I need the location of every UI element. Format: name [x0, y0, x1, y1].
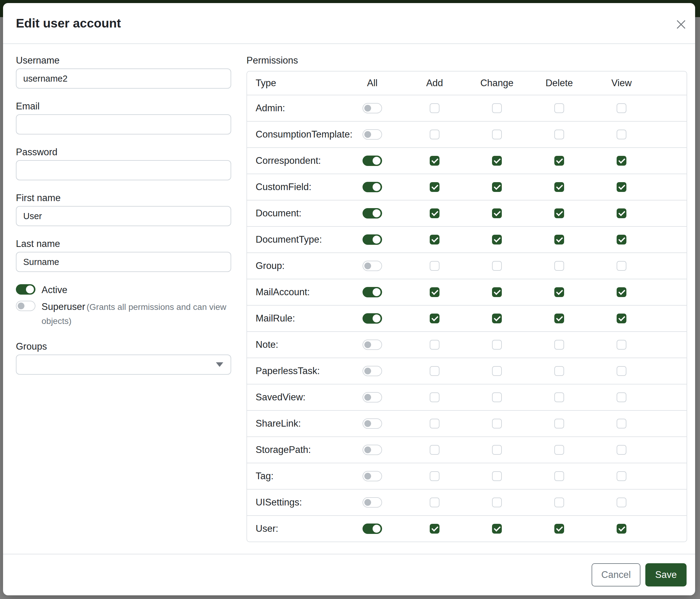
permission-delete-checkbox[interactable] — [554, 182, 564, 192]
permission-change-checkbox[interactable] — [492, 103, 502, 113]
permission-all-toggle[interactable] — [362, 339, 382, 350]
permission-delete-checkbox[interactable] — [554, 156, 564, 166]
permission-all-toggle[interactable] — [362, 313, 382, 324]
permission-all-toggle[interactable] — [362, 418, 382, 429]
groups-select[interactable] — [16, 355, 231, 375]
permission-view-checkbox[interactable] — [617, 103, 626, 113]
permission-change-checkbox[interactable] — [492, 498, 502, 507]
permission-delete-checkbox[interactable] — [554, 287, 564, 297]
permission-all-toggle[interactable] — [362, 261, 382, 271]
first-name-input[interactable] — [16, 206, 231, 226]
permission-all-toggle[interactable] — [362, 471, 382, 481]
permission-add-checkbox[interactable] — [430, 419, 440, 429]
permission-view-checkbox[interactable] — [617, 524, 626, 534]
permission-add-checkbox[interactable] — [430, 156, 440, 166]
permission-change-checkbox[interactable] — [492, 287, 502, 297]
permission-change-checkbox[interactable] — [492, 419, 502, 429]
permission-change-checkbox[interactable] — [492, 261, 502, 271]
permission-delete-checkbox[interactable] — [554, 314, 564, 324]
permission-all-toggle[interactable] — [362, 155, 382, 166]
superuser-toggle[interactable] — [16, 301, 35, 311]
permission-delete-checkbox[interactable] — [554, 340, 564, 350]
save-button[interactable]: Save — [645, 563, 686, 586]
permission-view-checkbox[interactable] — [617, 419, 626, 429]
permission-delete-checkbox[interactable] — [554, 392, 564, 402]
permission-add-checkbox[interactable] — [430, 103, 440, 113]
permission-all-toggle[interactable] — [362, 182, 382, 192]
permission-view-checkbox[interactable] — [617, 182, 626, 192]
permission-add-checkbox[interactable] — [430, 314, 440, 324]
permission-change-checkbox[interactable] — [492, 392, 502, 402]
permission-all-toggle[interactable] — [362, 234, 382, 245]
email-input[interactable] — [16, 114, 231, 135]
permission-add-checkbox[interactable] — [430, 471, 440, 481]
permission-view-checkbox[interactable] — [617, 156, 626, 166]
permission-delete-checkbox[interactable] — [554, 366, 564, 376]
permission-add-checkbox[interactable] — [430, 129, 440, 139]
permission-change-checkbox[interactable] — [492, 235, 502, 244]
permission-all-toggle[interactable] — [362, 287, 382, 297]
permission-add-checkbox[interactable] — [430, 340, 440, 350]
permission-view-checkbox[interactable] — [617, 445, 626, 455]
permission-type-label: Admin: — [247, 103, 285, 114]
permission-view-checkbox[interactable] — [617, 287, 626, 297]
permission-delete-checkbox[interactable] — [554, 235, 564, 244]
permission-all-toggle[interactable] — [362, 129, 382, 140]
permission-view-checkbox[interactable] — [617, 471, 626, 481]
permission-all-toggle[interactable] — [362, 524, 382, 534]
permission-all-toggle[interactable] — [362, 392, 382, 403]
permission-delete-checkbox[interactable] — [554, 524, 564, 534]
permission-add-checkbox[interactable] — [430, 392, 440, 402]
permission-view-checkbox[interactable] — [617, 235, 626, 244]
permission-delete-checkbox[interactable] — [554, 445, 564, 455]
cancel-button[interactable]: Cancel — [592, 563, 641, 586]
permission-add-checkbox[interactable] — [430, 445, 440, 455]
permission-change-checkbox[interactable] — [492, 156, 502, 166]
permission-view-checkbox[interactable] — [617, 314, 626, 324]
permission-delete-checkbox[interactable] — [554, 261, 564, 271]
permission-add-checkbox[interactable] — [430, 261, 440, 271]
permission-all-toggle[interactable] — [362, 103, 382, 113]
email-label: Email — [16, 101, 231, 112]
permission-change-checkbox[interactable] — [492, 471, 502, 481]
permission-add-checkbox[interactable] — [430, 524, 440, 534]
password-input[interactable] — [16, 160, 231, 180]
caret-down-icon — [216, 362, 223, 367]
close-button[interactable] — [674, 17, 689, 32]
permission-delete-checkbox[interactable] — [554, 129, 564, 139]
permission-view-checkbox[interactable] — [617, 366, 626, 376]
permission-change-checkbox[interactable] — [492, 314, 502, 324]
last-name-input[interactable] — [16, 252, 231, 272]
permission-add-checkbox[interactable] — [430, 366, 440, 376]
permission-change-checkbox[interactable] — [492, 182, 502, 192]
permission-change-checkbox[interactable] — [492, 366, 502, 376]
permission-add-checkbox[interactable] — [430, 209, 440, 218]
permission-all-toggle[interactable] — [362, 208, 382, 218]
permission-delete-checkbox[interactable] — [554, 498, 564, 507]
permission-all-toggle[interactable] — [362, 366, 382, 376]
permission-change-checkbox[interactable] — [492, 524, 502, 534]
permission-delete-checkbox[interactable] — [554, 209, 564, 218]
permission-add-checkbox[interactable] — [430, 235, 440, 244]
permission-add-checkbox[interactable] — [430, 182, 440, 192]
permission-change-checkbox[interactable] — [492, 445, 502, 455]
permission-row: StoragePath: — [247, 436, 686, 463]
permission-change-checkbox[interactable] — [492, 129, 502, 139]
permission-delete-checkbox[interactable] — [554, 471, 564, 481]
permission-change-checkbox[interactable] — [492, 209, 502, 218]
permission-view-checkbox[interactable] — [617, 129, 626, 139]
permission-add-checkbox[interactable] — [430, 287, 440, 297]
permission-change-checkbox[interactable] — [492, 340, 502, 350]
permission-delete-checkbox[interactable] — [554, 103, 564, 113]
username-input[interactable] — [16, 69, 231, 89]
permission-view-checkbox[interactable] — [617, 340, 626, 350]
permission-view-checkbox[interactable] — [617, 261, 626, 271]
permission-all-toggle[interactable] — [362, 445, 382, 455]
active-toggle[interactable] — [16, 284, 35, 295]
permission-view-checkbox[interactable] — [617, 209, 626, 218]
permission-delete-checkbox[interactable] — [554, 419, 564, 429]
permission-view-checkbox[interactable] — [617, 392, 626, 402]
permission-all-toggle[interactable] — [362, 497, 382, 508]
permission-add-checkbox[interactable] — [430, 498, 440, 507]
permission-view-checkbox[interactable] — [617, 498, 626, 507]
